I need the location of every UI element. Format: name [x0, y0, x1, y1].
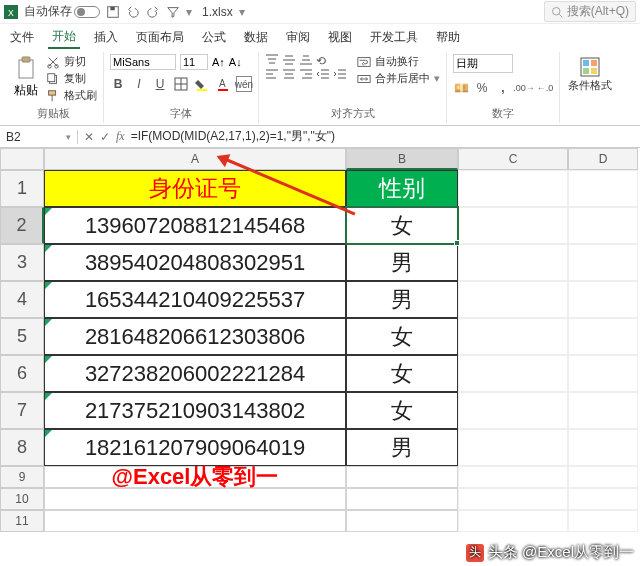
cell-A8[interactable]: 182161207909064019: [44, 429, 346, 466]
menu-review[interactable]: 审阅: [282, 27, 314, 48]
row-header-8[interactable]: 8: [0, 429, 44, 466]
row-header-3[interactable]: 3: [0, 244, 44, 281]
cell-A4[interactable]: 165344210409225537: [44, 281, 346, 318]
cell-D7[interactable]: [568, 392, 638, 429]
col-header-A[interactable]: A: [44, 148, 346, 170]
bold-button[interactable]: B: [110, 76, 126, 92]
menu-dev[interactable]: 开发工具: [366, 27, 422, 48]
filter-icon[interactable]: [166, 5, 180, 19]
align-top-icon[interactable]: [265, 54, 279, 66]
cell-C2[interactable]: [458, 207, 568, 244]
row-header-7[interactable]: 7: [0, 392, 44, 429]
col-header-B[interactable]: B: [346, 148, 458, 170]
phonetic-button[interactable]: wén: [236, 76, 252, 92]
font-color-button[interactable]: A: [215, 76, 231, 92]
font-size-select[interactable]: 11: [180, 54, 208, 70]
cell-D5[interactable]: [568, 318, 638, 355]
col-header-D[interactable]: D: [568, 148, 638, 170]
cell-B8[interactable]: 男: [346, 429, 458, 466]
cell-B1[interactable]: 性别: [346, 170, 458, 207]
worksheet[interactable]: ABCD1身份证号性别2139607208812145468女338954020…: [0, 148, 640, 566]
menu-file[interactable]: 文件: [6, 27, 38, 48]
cell-C11[interactable]: [458, 510, 568, 532]
cell-D4[interactable]: [568, 281, 638, 318]
underline-button[interactable]: U: [152, 76, 168, 92]
cell-D2[interactable]: [568, 207, 638, 244]
row-header-4[interactable]: 4: [0, 281, 44, 318]
menu-home[interactable]: 开始: [48, 26, 80, 49]
decrease-font-icon[interactable]: A↓: [229, 56, 242, 68]
cell-B7[interactable]: 女: [346, 392, 458, 429]
cell-C7[interactable]: [458, 392, 568, 429]
cell-C10[interactable]: [458, 488, 568, 510]
align-bottom-icon[interactable]: [299, 54, 313, 66]
cell-D1[interactable]: [568, 170, 638, 207]
cell-D3[interactable]: [568, 244, 638, 281]
menu-formula[interactable]: 公式: [198, 27, 230, 48]
comma-icon[interactable]: ,: [495, 80, 511, 96]
formula-input[interactable]: =IF(MOD(MID(A2,17,1),2)=1,"男","女"): [131, 128, 335, 145]
menu-insert[interactable]: 插入: [90, 27, 122, 48]
row-header-9[interactable]: 9: [0, 466, 44, 488]
row-header-10[interactable]: 10: [0, 488, 44, 510]
redo-icon[interactable]: [146, 5, 160, 19]
menu-layout[interactable]: 页面布局: [132, 27, 188, 48]
cell-C6[interactable]: [458, 355, 568, 392]
cell-A10[interactable]: [44, 488, 346, 510]
copy-button[interactable]: 复制: [46, 71, 97, 86]
menu-help[interactable]: 帮助: [432, 27, 464, 48]
cell-A9[interactable]: @Excel从零到一: [44, 466, 346, 488]
cell-C1[interactable]: [458, 170, 568, 207]
currency-icon[interactable]: 💴: [453, 80, 469, 96]
cell-A1[interactable]: 身份证号: [44, 170, 346, 207]
cell-A11[interactable]: [44, 510, 346, 532]
row-header-1[interactable]: 1: [0, 170, 44, 207]
cell-B9[interactable]: [346, 466, 458, 488]
enter-icon[interactable]: ✓: [100, 130, 110, 144]
cell-C9[interactable]: [458, 466, 568, 488]
row-header-11[interactable]: 11: [0, 510, 44, 532]
cell-D9[interactable]: [568, 466, 638, 488]
undo-icon[interactable]: [126, 5, 140, 19]
align-center-icon[interactable]: [282, 68, 296, 80]
cell-B6[interactable]: 女: [346, 355, 458, 392]
cell-A2[interactable]: 139607208812145468: [44, 207, 346, 244]
menu-data[interactable]: 数据: [240, 27, 272, 48]
cell-B2[interactable]: 女: [346, 207, 458, 244]
percent-icon[interactable]: %: [474, 80, 490, 96]
decrease-decimal-icon[interactable]: ←.0: [537, 80, 553, 96]
cell-C3[interactable]: [458, 244, 568, 281]
number-format-select[interactable]: 日期: [453, 54, 513, 73]
align-middle-icon[interactable]: [282, 54, 296, 66]
cell-A3[interactable]: 389540204808302951: [44, 244, 346, 281]
autosave-toggle[interactable]: 自动保存: [24, 3, 100, 20]
cell-D6[interactable]: [568, 355, 638, 392]
align-left-icon[interactable]: [265, 68, 279, 80]
cell-A6[interactable]: 327238206002221284: [44, 355, 346, 392]
fill-color-button[interactable]: [194, 76, 210, 92]
menu-view[interactable]: 视图: [324, 27, 356, 48]
name-box[interactable]: B2 ▾: [0, 130, 78, 144]
cell-C4[interactable]: [458, 281, 568, 318]
cell-D10[interactable]: [568, 488, 638, 510]
align-right-icon[interactable]: [299, 68, 313, 80]
font-family-select[interactable]: MiSans: [110, 54, 176, 70]
cut-button[interactable]: 剪切: [46, 54, 97, 69]
italic-button[interactable]: I: [131, 76, 147, 92]
cell-A5[interactable]: 281648206612303806: [44, 318, 346, 355]
select-all-corner[interactable]: [0, 148, 44, 170]
increase-font-icon[interactable]: A↑: [212, 56, 225, 68]
cell-B3[interactable]: 男: [346, 244, 458, 281]
col-header-C[interactable]: C: [458, 148, 568, 170]
cell-D11[interactable]: [568, 510, 638, 532]
format-painter-button[interactable]: 格式刷: [46, 88, 97, 103]
cell-B4[interactable]: 男: [346, 281, 458, 318]
save-icon[interactable]: [106, 5, 120, 19]
cell-C5[interactable]: [458, 318, 568, 355]
cell-A7[interactable]: 217375210903143802: [44, 392, 346, 429]
cell-C8[interactable]: [458, 429, 568, 466]
row-header-2[interactable]: 2: [0, 207, 44, 244]
indent-inc-icon[interactable]: [333, 68, 347, 80]
row-header-6[interactable]: 6: [0, 355, 44, 392]
cell-B11[interactable]: [346, 510, 458, 532]
